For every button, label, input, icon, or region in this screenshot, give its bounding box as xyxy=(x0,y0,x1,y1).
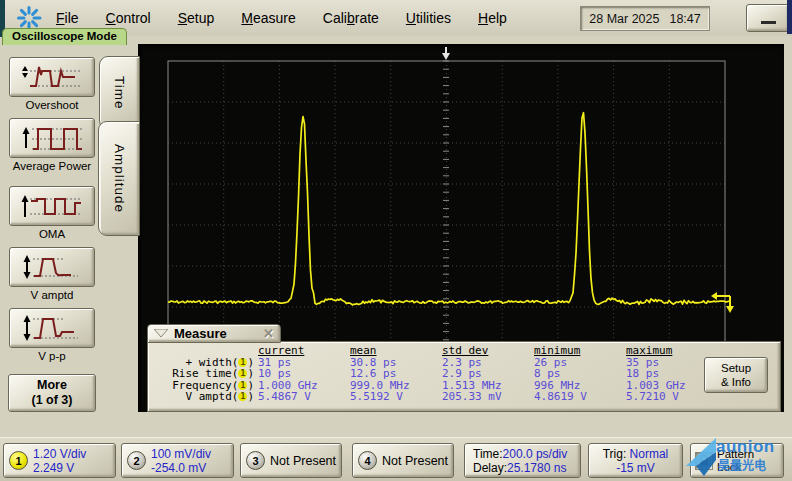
status-bar: 1 1.20 V/div 2.249 V 2 100 mV/div -254.0… xyxy=(0,437,792,481)
channel-1-badge: 1 xyxy=(9,451,28,470)
collapse-triangle-icon[interactable] xyxy=(154,329,168,338)
pattern-lock-button[interactable]: Pattern Lock xyxy=(690,443,784,478)
pattern-lock-line2: Lock xyxy=(717,461,741,473)
delay-value: 25.1780 ns xyxy=(507,461,566,475)
overshoot-label: Overshoot xyxy=(8,99,96,112)
oma-waveform-icon xyxy=(18,191,86,221)
trig-label: Trig: xyxy=(603,447,627,461)
channel-2-button[interactable]: 2 100 mV/div -254.0 mV xyxy=(121,443,234,478)
measure-row: V amptd(1) 5.4867 V 5.5192 V 205.33 mV 4… xyxy=(152,391,716,403)
window-edge-right xyxy=(787,0,792,34)
measure-panel-title: Measure xyxy=(174,326,263,341)
tab-amplitude[interactable]: Amplitude xyxy=(98,121,140,236)
menu-utilities[interactable]: Utilities xyxy=(406,10,451,26)
timebase-button[interactable]: Time:200.0 ps/div Delay:25.1780 ns xyxy=(464,443,581,478)
v-amptd-waveform-icon xyxy=(18,252,86,282)
time-value: 200.0 ps/div xyxy=(503,447,568,461)
setup-info-button[interactable]: Setup & Info xyxy=(704,357,768,393)
oma-label: OMA xyxy=(8,228,96,241)
channel-4-badge: 4 xyxy=(358,451,377,470)
time-label: Time: xyxy=(473,447,503,461)
col-mean: mean xyxy=(348,345,440,357)
menu-calibrate[interactable]: Calibrate xyxy=(323,10,379,26)
col-current: current xyxy=(256,345,348,357)
measure-header-row: current mean std dev minimum maximum xyxy=(152,345,716,357)
col-minimum: minimum xyxy=(532,345,624,357)
measure-row: Rise time(1) 10 ps 12.6 ps 2.9 ps 8 ps 1… xyxy=(152,368,716,380)
menu-help[interactable]: Help xyxy=(478,10,507,26)
v-amptd-button[interactable]: V amptd xyxy=(8,247,96,302)
channel-badge: 1 xyxy=(238,369,247,378)
minimize-button[interactable] xyxy=(746,4,790,32)
channel-2-badge: 2 xyxy=(127,451,146,470)
pattern-lock-line1: Pattern xyxy=(717,448,754,460)
overshoot-button[interactable]: Overshoot xyxy=(8,57,96,112)
channel-3-button[interactable]: 3 Not Present xyxy=(240,443,342,478)
tab-time[interactable]: Time xyxy=(99,56,140,130)
channel-1-scale: 1.20 V/div xyxy=(33,447,86,461)
more-button[interactable]: More (1 of 3) xyxy=(8,374,96,412)
trig-mode: Normal xyxy=(630,447,669,461)
delay-label: Delay: xyxy=(473,461,507,475)
channel-1-button[interactable]: 1 1.20 V/div 2.249 V xyxy=(3,443,116,478)
v-pp-waveform-icon xyxy=(18,313,86,343)
oma-button[interactable]: OMA xyxy=(8,186,96,241)
channel-1-offset: 2.249 V xyxy=(33,461,74,475)
measure-table: current mean std dev minimum maximum + w… xyxy=(152,345,716,403)
close-icon[interactable]: ✕ xyxy=(263,326,274,341)
trigger-button[interactable]: Trig: Normal -15 mV xyxy=(588,443,683,478)
menu-setup[interactable]: Setup xyxy=(178,10,215,26)
date-text: 28 Mar 2025 xyxy=(589,12,659,26)
channel-badge: 1 xyxy=(238,392,247,401)
measure-panel: current mean std dev minimum maximum + w… xyxy=(147,341,781,412)
menu-file[interactable]: File xyxy=(56,10,79,26)
trig-level: -15 mV xyxy=(616,461,655,475)
channel-badge: 1 xyxy=(238,358,247,367)
average-power-label: Average Power xyxy=(8,160,96,173)
v-pp-label: V p-p xyxy=(8,350,96,363)
channel-2-offset: -254.0 mV xyxy=(151,461,206,475)
more-line1: More xyxy=(9,378,95,393)
time-text: 18:47 xyxy=(669,12,700,26)
channel-badge: 1 xyxy=(238,381,247,390)
col-maximum: maximum xyxy=(624,345,716,357)
channel-2-scale: 100 mV/div xyxy=(151,447,211,461)
average-power-waveform-icon xyxy=(18,123,86,153)
channel-4-status: Not Present xyxy=(382,454,448,468)
average-power-button[interactable]: Average Power xyxy=(8,118,96,173)
channel-3-status: Not Present xyxy=(270,454,336,468)
overshoot-waveform-icon xyxy=(18,62,86,92)
oscilloscope-mode-tab[interactable]: Oscilloscope Mode xyxy=(2,28,127,45)
datetime-display: 28 Mar 2025 18:47 xyxy=(580,6,710,31)
more-line2: (1 of 3) xyxy=(9,393,95,408)
menu-control[interactable]: Control xyxy=(106,10,151,26)
channel-3-badge: 3 xyxy=(246,451,265,470)
channel-4-button[interactable]: 4 Not Present xyxy=(352,443,454,478)
v-pp-button[interactable]: V p-p xyxy=(8,308,96,363)
minimize-icon xyxy=(761,21,776,24)
menu-measure[interactable]: Measure xyxy=(241,10,295,26)
v-amptd-label: V amptd xyxy=(8,289,96,302)
lock-icon xyxy=(695,452,713,470)
measure-panel-tab[interactable]: Measure ✕ xyxy=(147,324,281,343)
col-std-dev: std dev xyxy=(440,345,532,357)
